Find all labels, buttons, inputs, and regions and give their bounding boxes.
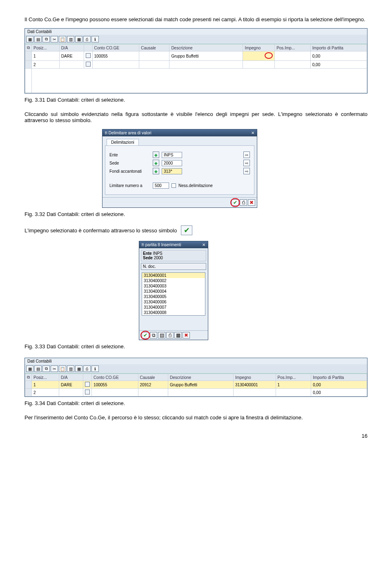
sap-toolbar: ▦ ▤ ⧉ ✂ 📋 ▥ ▦ ⎙ ℹ — [25, 364, 367, 374]
multi-select-icon[interactable]: ⇨ — [243, 168, 250, 174]
toolbar-btn[interactable]: ▦ — [174, 332, 182, 339]
sede-input[interactable] — [162, 160, 182, 166]
toolbar-btn[interactable]: ▤ — [34, 365, 42, 372]
col-header[interactable]: Impegno — [243, 45, 275, 51]
col-header[interactable]: Conto CO.GE — [92, 45, 139, 51]
match-code-icon[interactable] — [83, 381, 92, 389]
grid: ⧉ Posiz... D/A Conto CO.GE Causale Descr… — [25, 374, 367, 396]
multi-select-icon[interactable]: ⇨ — [243, 160, 250, 166]
list-item[interactable]: 3130400006 — [142, 299, 205, 305]
match-code-icon[interactable] — [84, 51, 92, 61]
toolbar-btn[interactable]: ▦ — [75, 365, 82, 372]
selection-option-icon[interactable]: ◆ — [153, 151, 159, 158]
toolbar-btn[interactable]: ℹ — [91, 36, 99, 42]
toolbar-btn[interactable]: ▤ — [158, 332, 165, 339]
table-row[interactable]: 1 DARE 100055 Gruppo Buffetti 0,00 — [25, 51, 367, 61]
cell: 0,00 — [310, 61, 367, 69]
match-code-circled-icon[interactable] — [265, 52, 273, 59]
list-item[interactable]: 3130400005 — [142, 294, 205, 299]
no-limit-checkbox[interactable] — [172, 183, 176, 188]
toolbar-btn[interactable]: 📋 — [59, 36, 66, 42]
ente-input[interactable] — [162, 152, 182, 158]
cell: DARE — [59, 381, 83, 389]
col-header[interactable]: Conto CO.GE — [92, 374, 138, 381]
col-header[interactable]: Posiz... — [32, 45, 60, 51]
highlight-circle — [140, 331, 150, 340]
toolbar-btn[interactable]: ▥ — [67, 36, 74, 42]
toolbar-btn[interactable]: ▦ — [26, 365, 33, 372]
toolbar-btn[interactable]: ⧉ — [42, 36, 50, 42]
field-row-ente: Ente ◆ ⇨ — [109, 151, 250, 158]
col-select[interactable]: ⧉ — [25, 45, 32, 51]
table-row[interactable]: 2 0,00 — [25, 61, 367, 69]
selection-option-icon[interactable]: ◆ — [153, 160, 159, 166]
toolbar-btn[interactable]: ▤ — [34, 36, 42, 42]
column-header[interactable]: N. doc. — [141, 263, 206, 270]
toolbar-btn[interactable]: ⧉ — [42, 365, 50, 372]
list-item[interactable]: 3130400002 — [142, 278, 205, 283]
close-icon[interactable]: ✕ — [251, 131, 254, 135]
col-header[interactable]: D/A — [59, 45, 84, 51]
caption-fig2: Fig. 3.32 Dati Contabili: criteri di sel… — [24, 211, 368, 217]
col-header[interactable]: Impegno — [233, 374, 276, 381]
dialog-titlebar: ⎘ Delimitare area di valori ✕ — [102, 129, 257, 136]
toolbar-btn[interactable]: 📋 — [59, 365, 66, 372]
toolbar-btn[interactable]: ⎙ — [83, 365, 91, 372]
col-select[interactable]: ⧉ — [25, 374, 32, 381]
table-row[interactable]: 2 0,00 — [25, 389, 367, 396]
cancel-button[interactable]: ✖ — [183, 332, 190, 339]
col-header[interactable]: Posiz... — [32, 374, 59, 381]
cell — [139, 51, 169, 61]
cancel-button[interactable]: ✖ — [248, 199, 255, 206]
table-row[interactable]: 1 DARE 100055 20912 Gruppo Buffetti 3130… — [25, 381, 367, 389]
col-header[interactable]: D/A — [59, 374, 83, 381]
toolbar-btn[interactable]: ✂ — [51, 365, 58, 372]
helper-button[interactable]: ⎙ — [240, 199, 247, 206]
col-header[interactable]: Importo di Partita — [311, 374, 367, 381]
header-row: Ente INPS — [143, 251, 204, 256]
checkbox-label: Ness.delimitazione — [178, 183, 213, 188]
col-header[interactable]: Causale — [138, 374, 168, 381]
col-header[interactable]: Descrizione — [169, 45, 243, 51]
impegno-cell-highlighted[interactable] — [243, 51, 275, 61]
toolbar-btn[interactable]: ℹ — [91, 365, 99, 372]
sap-toolbar: ▦ ▤ ⧉ ✂ 📋 ▥ ▦ ⎙ ℹ — [25, 35, 367, 44]
cell: 100055 — [92, 51, 139, 61]
match-code-icon[interactable] — [84, 61, 92, 69]
fondi-input[interactable] — [162, 168, 182, 174]
list-item[interactable]: 3130400004 — [142, 289, 205, 294]
cell: DARE — [59, 51, 84, 61]
cell: 2 — [32, 61, 60, 69]
cell: 100055 — [92, 381, 138, 389]
sap-panel-fig4: Dati Contabili ▦ ▤ ⧉ ✂ 📋 ▥ ▦ ⎙ ℹ ⧉ Posiz… — [24, 358, 368, 397]
toolbar-btn[interactable]: ▥ — [67, 365, 74, 372]
panel-title: Dati Contabili — [25, 29, 367, 35]
toolbar-btn[interactable]: ▦ — [75, 36, 82, 42]
tab-delimitazioni[interactable]: Delimitazioni — [107, 139, 139, 145]
list-item[interactable]: 3130400003 — [142, 283, 205, 289]
toolbar-btn[interactable]: ✂ — [51, 36, 58, 42]
list-item[interactable]: 3130400008 — [142, 310, 205, 315]
cell — [275, 51, 311, 61]
limit-input[interactable] — [153, 183, 169, 189]
intro-paragraph: Il Conto Co.Ge e l'impegno possono esser… — [24, 16, 368, 22]
col-header[interactable] — [84, 45, 92, 51]
close-icon[interactable]: ✕ — [202, 243, 205, 247]
list: 3130400001 3130400002 3130400003 3130400… — [142, 272, 205, 316]
col-header[interactable]: Pos.Imp... — [275, 45, 311, 51]
toolbar-btn[interactable]: ⎙ — [83, 36, 91, 42]
toolbar-btn[interactable]: ⎙ — [166, 332, 174, 339]
match-code-icon[interactable] — [85, 390, 90, 394]
selection-option-icon[interactable]: ◆ — [153, 168, 159, 174]
sap-dialog-list: ⎘ partita 8 Inserimenti ✕ Ente INPS Sede… — [139, 241, 208, 340]
multi-select-icon[interactable]: ⇨ — [243, 151, 250, 158]
list-item[interactable]: 3130400007 — [142, 305, 205, 310]
field-label: Ente — [109, 153, 150, 157]
toolbar-btn[interactable]: ▦ — [26, 36, 33, 42]
toolbar-btn[interactable]: ⧉ — [150, 332, 157, 339]
col-header[interactable]: Causale — [139, 45, 169, 51]
col-header[interactable]: Descrizione — [168, 374, 233, 381]
list-item[interactable]: 3130400001 — [142, 273, 205, 278]
col-header[interactable]: Importo di Partita — [310, 45, 367, 51]
col-header[interactable]: Pos.Imp... — [276, 374, 311, 381]
